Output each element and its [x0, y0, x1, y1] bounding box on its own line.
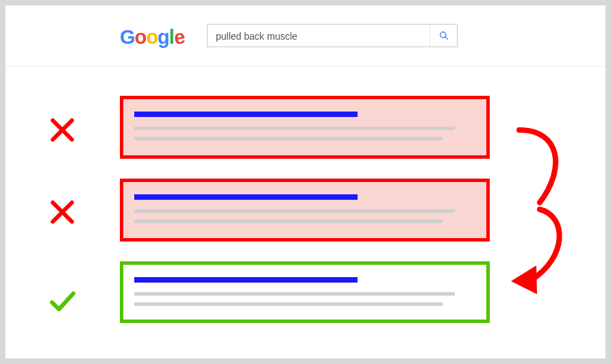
- search-input[interactable]: [214, 25, 429, 48]
- search-result-rejected[interactable]: [120, 96, 490, 159]
- skip-arrows: [499, 127, 574, 305]
- arrow-icon: [499, 127, 574, 305]
- logo-letter: e: [173, 25, 186, 49]
- result-title-placeholder: [134, 277, 358, 283]
- result-snippet-line: [134, 302, 442, 306]
- page-canvas: Google: [5, 5, 606, 359]
- result-snippet-line: [134, 137, 442, 140]
- logo-letter: G: [120, 26, 135, 49]
- google-logo: Google: [120, 26, 184, 49]
- accept-mark: [49, 287, 76, 315]
- result-snippet-line: [134, 292, 455, 296]
- result-snippet-line: [134, 209, 455, 213]
- svg-line-1: [445, 37, 447, 40]
- cross-icon: [49, 198, 76, 226]
- logo-letter: o: [135, 26, 147, 49]
- search-box: [207, 24, 458, 47]
- search-header: Google: [5, 5, 606, 66]
- result-title-placeholder: [134, 112, 358, 117]
- check-icon: [49, 287, 76, 315]
- result-snippet-line: [134, 220, 442, 223]
- search-result-rejected[interactable]: [120, 179, 490, 242]
- search-button[interactable]: [429, 25, 457, 47]
- svg-marker-6: [511, 265, 537, 294]
- result-title-placeholder: [134, 194, 358, 200]
- reject-mark: [49, 116, 76, 144]
- logo-letter: g: [158, 26, 169, 49]
- reject-mark: [49, 198, 76, 226]
- search-icon: [439, 31, 449, 40]
- search-result-accepted[interactable]: [120, 261, 490, 323]
- cross-icon: [49, 116, 76, 144]
- logo-letter: o: [146, 26, 158, 49]
- result-snippet-line: [134, 127, 455, 130]
